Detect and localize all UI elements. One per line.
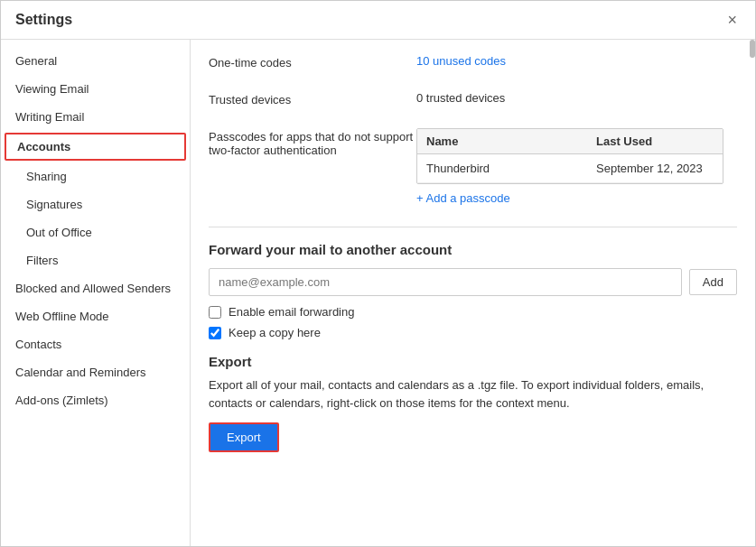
one-time-codes-row: One-time codes 10 unused codes <box>209 54 737 80</box>
enable-forwarding-row: Enable email forwarding <box>209 305 737 319</box>
trusted-devices-value: 0 trusted devices <box>416 91 737 105</box>
sidebar-item-sharing[interactable]: Sharing <box>1 162 190 190</box>
add-passcode-link[interactable]: + Add a passcode <box>416 191 737 205</box>
passcode-table-header: Name Last Used <box>417 129 723 154</box>
forward-title: Forward your mail to another account <box>209 242 737 257</box>
sidebar-item-calendar-reminders[interactable]: Calendar and Reminders <box>1 358 190 386</box>
sidebar-item-writing-email[interactable]: Writing Email <box>1 103 190 131</box>
passcodes-row: Passcodes for apps that do not support t… <box>209 128 737 216</box>
sidebar-item-contacts[interactable]: Contacts <box>1 330 190 358</box>
sidebar-item-accounts[interactable]: Accounts <box>5 133 186 161</box>
close-button[interactable]: × <box>723 10 741 30</box>
sidebar-item-blocked-allowed[interactable]: Blocked and Allowed Senders <box>1 274 190 302</box>
keep-copy-checkbox[interactable] <box>209 327 221 339</box>
export-button[interactable]: Export <box>209 422 279 452</box>
passcodes-value: Name Last Used Thunderbird September 12,… <box>416 128 737 205</box>
keep-copy-row: Keep a copy here <box>209 326 737 339</box>
passcode-col-last-used: Last Used <box>587 129 723 153</box>
passcode-row: Thunderbird September 12, 2023 <box>417 154 723 183</box>
modal-title: Settings <box>15 12 72 28</box>
passcode-table: Name Last Used Thunderbird September 12,… <box>416 128 723 184</box>
section-divider <box>209 227 737 227</box>
sidebar-item-web-offline[interactable]: Web Offline Mode <box>1 302 190 330</box>
keep-copy-label: Keep a copy here <box>229 326 321 339</box>
sidebar-item-general[interactable]: General <box>1 47 190 75</box>
passcode-last-used: September 12, 2023 <box>587 154 723 182</box>
one-time-codes-label: One-time codes <box>209 54 416 70</box>
content-area: One-time codes 10 unused codes Trusted d… <box>191 40 755 546</box>
sidebar-item-addons[interactable]: Add-ons (Zimlets) <box>1 386 190 414</box>
settings-modal: Settings × GeneralViewing EmailWriting E… <box>0 0 756 547</box>
enable-forwarding-checkbox[interactable] <box>209 306 221 319</box>
sidebar: GeneralViewing EmailWriting EmailAccount… <box>1 40 191 546</box>
passcode-col-name: Name <box>417 129 587 153</box>
forward-input-row: Add <box>209 268 737 296</box>
export-title: Export <box>209 354 737 369</box>
sidebar-item-signatures[interactable]: Signatures <box>1 190 190 218</box>
export-desc: Export all of your mail, contacts and ca… <box>209 376 737 412</box>
scrollbar[interactable] <box>750 40 755 58</box>
passcode-name: Thunderbird <box>417 154 587 182</box>
one-time-codes-link[interactable]: 10 unused codes <box>416 54 506 68</box>
trusted-devices-label: Trusted devices <box>209 91 416 107</box>
modal-body: GeneralViewing EmailWriting EmailAccount… <box>1 40 755 546</box>
enable-forwarding-label: Enable email forwarding <box>229 305 354 319</box>
sidebar-item-out-of-office[interactable]: Out of Office <box>1 218 190 246</box>
forward-email-input[interactable] <box>209 268 682 296</box>
modal-header: Settings × <box>1 1 755 40</box>
trusted-devices-row: Trusted devices 0 trusted devices <box>209 91 737 117</box>
sidebar-item-viewing-email[interactable]: Viewing Email <box>1 75 190 103</box>
sidebar-item-filters[interactable]: Filters <box>1 246 190 274</box>
passcodes-label: Passcodes for apps that do not support t… <box>209 128 416 157</box>
add-forward-button[interactable]: Add <box>689 269 737 295</box>
one-time-codes-value: 10 unused codes <box>416 54 737 68</box>
